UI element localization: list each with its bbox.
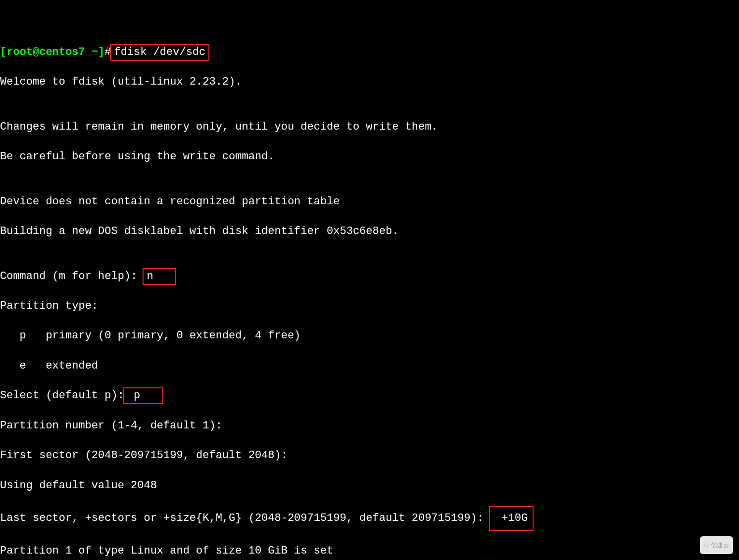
input-p-box: p: [123, 387, 163, 404]
watermark-text: 亿速云: [711, 542, 730, 549]
changes-line: Changes will remain in memory only, unti…: [0, 120, 739, 135]
last-sector-line[interactable]: Last sector, +sectors or +size{K,M,G} (2…: [0, 508, 739, 529]
watermark-icon: ◎: [704, 542, 709, 549]
prompt-line[interactable]: [root@centos7 ~]#fdisk /dev/sdc: [0, 45, 739, 60]
partition-set-line: Partition 1 of type Linux and of size 10…: [0, 544, 739, 559]
input-n-box: n: [143, 268, 176, 285]
partition-type-header: Partition type:: [0, 299, 739, 314]
cmd-help-prompt: Command (m for help):: [0, 270, 144, 282]
select-default-line[interactable]: Select (default p): p: [0, 388, 739, 403]
input-p1: p: [127, 389, 153, 402]
welcome-line: Welcome to fdisk (util-linux 2.23.2).: [0, 75, 739, 90]
input-n: n: [147, 270, 166, 282]
input-10g-box: +10G: [489, 506, 534, 531]
partition-type-primary: p primary (0 primary, 0 extended, 4 free…: [0, 328, 739, 343]
partition-type-extended: e extended: [0, 359, 739, 373]
command-input-box: fdisk /dev/sdc: [110, 44, 209, 61]
watermark-badge: ◎亿速云: [700, 536, 733, 554]
device-line: Device does not contain a recognized par…: [0, 194, 739, 209]
input-10g: +10G: [495, 512, 528, 524]
using-default-line: Using default value 2048: [0, 478, 739, 493]
select-default-text: Select (default p):: [0, 389, 124, 402]
partition-number-line[interactable]: Partition number (1-4, default 1):: [0, 419, 739, 433]
command-text: fdisk /dev/sdc: [114, 46, 205, 58]
last-sector-text: Last sector, +sectors or +size{K,M,G} (2…: [0, 512, 484, 524]
cmd-help-line-1[interactable]: Command (m for help): n: [0, 269, 739, 284]
prompt-user-host: [root@centos7 ~]: [0, 46, 104, 58]
first-sector-line[interactable]: First sector (2048-209715199, default 20…: [0, 448, 739, 463]
building-line: Building a new DOS disklabel with disk i…: [0, 224, 739, 239]
careful-line: Be careful before using the write comman…: [0, 149, 739, 164]
